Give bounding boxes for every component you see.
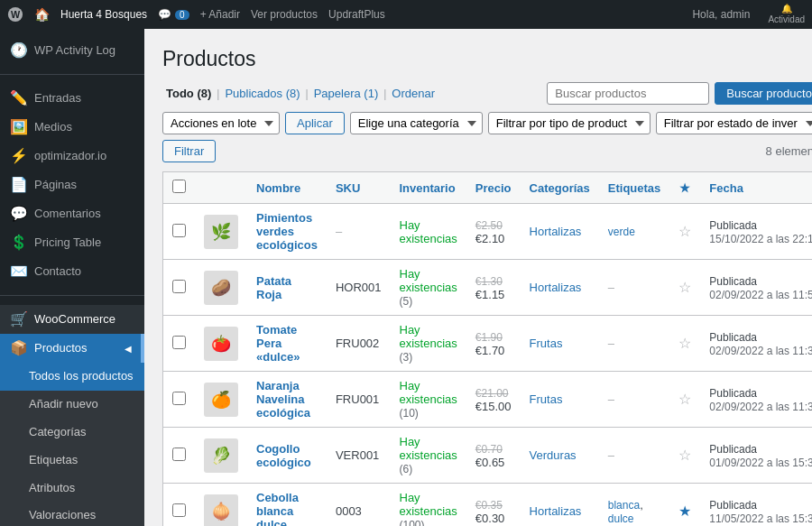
updraft-topbar[interactable]: UpdraftPlus <box>328 8 385 21</box>
etiquetas-label: Etiquetas <box>29 453 78 468</box>
activity-button[interactable]: 🔔 Actividad <box>768 4 805 25</box>
tag-link[interactable]: dulce <box>608 512 634 525</box>
type-filter[interactable]: Filtrar por tipo de product <box>488 112 651 134</box>
product-name-link[interactable]: Tomate Pera «dulce» <box>256 323 300 364</box>
star-icon[interactable]: ★ <box>678 503 691 519</box>
sidebar-sub-valoraciones[interactable]: Valoraciones <box>0 502 144 526</box>
row-checkbox-cell[interactable] <box>163 372 196 428</box>
add-new-topbar[interactable]: + Añadir <box>200 8 240 21</box>
row-checkbox-cell[interactable] <box>163 260 196 316</box>
stock-status: Hay existencias <box>400 218 457 245</box>
th-inventory[interactable]: Inventario <box>391 172 466 204</box>
sidebar-item-pricing-table[interactable]: 💲 Pricing Table <box>0 228 144 257</box>
tag-link[interactable]: verde <box>608 226 635 238</box>
star-icon[interactable]: ☆ <box>678 448 691 463</box>
th-date[interactable]: Fecha <box>700 172 812 204</box>
sidebar-item-entradas[interactable]: ✏️ Entradas <box>0 84 144 113</box>
product-name-link[interactable]: Pimientos verdes ecológicos <box>256 211 318 252</box>
view-products-topbar[interactable]: Ver productos <box>251 8 318 21</box>
tab-papelera[interactable]: Papelera (1) <box>310 85 383 102</box>
tab-publicados[interactable]: Publicados (8) <box>221 85 303 102</box>
sidebar-sub-etiquetas[interactable]: Etiquetas <box>0 447 144 475</box>
search-button[interactable]: Buscar productos <box>715 82 812 105</box>
th-name[interactable]: Nombre <box>247 172 327 204</box>
product-date-cell: Publicada01/09/2022 a las 15:39 <box>700 428 812 484</box>
row-checkbox[interactable] <box>172 392 186 405</box>
tab-ordenar[interactable]: Ordenar <box>388 85 438 102</box>
th-categories[interactable]: Categorías <box>521 172 599 204</box>
row-checkbox[interactable] <box>172 224 186 237</box>
product-star-cell[interactable]: ☆ <box>669 260 700 316</box>
sidebar-sub-anadir-nuevo[interactable]: Añadir nuevo <box>0 391 144 419</box>
apply-button[interactable]: Aplicar <box>285 112 345 134</box>
search-input[interactable] <box>547 82 709 105</box>
tab-todo[interactable]: Todo (8) <box>162 85 215 102</box>
product-star-cell[interactable]: ☆ <box>669 372 700 428</box>
row-checkbox[interactable] <box>172 280 186 293</box>
sidebar-sub-categorias[interactable]: Categorías <box>0 419 144 447</box>
woocommerce-icon: 🛒 <box>11 311 27 328</box>
category-link[interactable]: Hortalizas <box>530 225 582 238</box>
product-name-link[interactable]: Cebolla blanca dulce <box>256 491 299 526</box>
product-star-cell[interactable]: ☆ <box>669 204 700 260</box>
state-filter[interactable]: Filtrar por estado de inver <box>656 112 812 134</box>
row-checkbox[interactable] <box>172 503 186 517</box>
product-star-cell[interactable]: ☆ <box>669 316 700 372</box>
sidebar-sub-atributos[interactable]: Atributos <box>0 475 144 503</box>
stock-status: Hay existencias <box>400 491 457 518</box>
row-checkbox[interactable] <box>172 336 186 349</box>
tag-link[interactable]: blanca <box>608 499 640 512</box>
sidebar-item-activity-log[interactable]: 🕐 WP Activity Log <box>0 36 144 65</box>
star-icon[interactable]: ☆ <box>678 336 691 351</box>
select-all-checkbox[interactable] <box>172 180 186 193</box>
wp-logo[interactable]: W <box>7 6 23 23</box>
product-name-link[interactable]: Cogollo ecológico <box>256 442 311 469</box>
star-icon[interactable]: ☆ <box>678 280 691 295</box>
category-link[interactable]: Hortalizas <box>530 281 582 294</box>
product-star-cell[interactable]: ★ <box>669 484 700 527</box>
category-filter[interactable]: Elige una categoría <box>350 112 483 134</box>
sidebar-item-contacto[interactable]: ✉️ Contacto <box>0 257 144 286</box>
product-sku-cell: FRU002 <box>327 316 391 372</box>
th-sku[interactable]: SKU <box>327 172 391 204</box>
sidebar-item-label: Páginas <box>34 178 77 193</box>
th-star[interactable]: ★ <box>669 172 700 204</box>
row-checkbox-cell[interactable] <box>163 428 196 484</box>
category-link[interactable]: Hortalizas <box>530 504 582 518</box>
product-name-cell: Cebolla blanca dulce <box>247 484 327 527</box>
product-date-cell: Publicada02/09/2022 a las 11:34 <box>700 372 812 428</box>
row-checkbox-cell[interactable] <box>163 484 196 527</box>
anadir-nuevo-label: Añadir nuevo <box>29 397 98 412</box>
product-name-link[interactable]: Naranja Navelina ecológica <box>256 379 310 420</box>
category-link[interactable]: Frutas <box>530 392 563 406</box>
sidebar-item-paginas[interactable]: 📄 Páginas <box>0 171 144 199</box>
star-icon[interactable]: ☆ <box>678 392 691 407</box>
row-checkbox-cell[interactable] <box>163 204 196 260</box>
sidebar-item-comentarios[interactable]: 💬 Comentarios <box>0 199 144 228</box>
sidebar-sub-todos-productos[interactable]: Todos los productos <box>0 363 144 391</box>
page-title: Productos <box>162 47 812 71</box>
category-link[interactable]: Frutas <box>530 337 563 350</box>
category-link[interactable]: Verduras <box>530 448 577 462</box>
sidebar-item-medios[interactable]: 🖼️ Medios <box>0 113 144 142</box>
star-icon[interactable]: ☆ <box>678 224 691 239</box>
date-status: Publicada <box>709 219 757 232</box>
product-star-cell[interactable]: ☆ <box>669 428 700 484</box>
comments-topbar[interactable]: 💬 0 <box>158 8 189 21</box>
filter-button[interactable]: Filtrar <box>162 140 216 162</box>
product-tags-cell: – <box>599 316 670 372</box>
row-checkbox-cell[interactable] <box>163 316 196 372</box>
sidebar-item-productos[interactable]: 📦 Productos ◀ <box>0 334 144 363</box>
row-checkbox[interactable] <box>172 448 186 461</box>
site-name[interactable]: Huerta 4 Bosques <box>60 8 147 21</box>
product-name-link[interactable]: Patata Roja <box>256 274 291 301</box>
th-checkbox[interactable] <box>163 172 196 204</box>
bulk-action-select[interactable]: Acciones en lote <box>162 112 280 134</box>
sidebar-item-woocommerce[interactable]: 🛒 WooCommerce <box>0 305 144 334</box>
th-tags[interactable]: Etiquetas <box>599 172 670 204</box>
price-old: €1.30 <box>475 275 503 288</box>
table-row: 🌿 Pimientos verdes ecológicos – Hay exis… <box>163 204 813 260</box>
sidebar-item-optimizador[interactable]: ⚡ optimizador.io <box>0 142 144 171</box>
product-image: 🍅 <box>204 327 238 361</box>
th-price[interactable]: Precio <box>466 172 521 204</box>
